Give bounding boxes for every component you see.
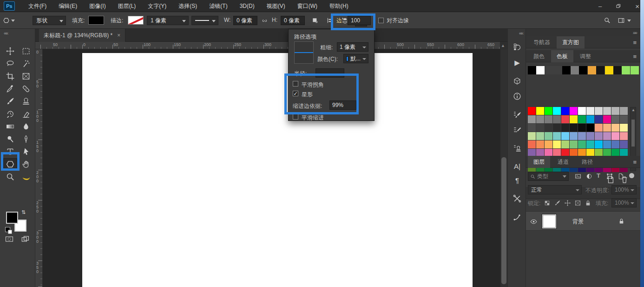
document-canvas[interactable] (82, 53, 473, 287)
menu-item[interactable]: 窗口(W) (291, 0, 323, 12)
lasso-tool[interactable] (4, 58, 17, 69)
eraser-tool[interactable] (20, 108, 33, 120)
spot-healing-brush-tool[interactable] (20, 83, 33, 94)
clone-source-panel-icon[interactable] (511, 142, 524, 154)
color-swatch[interactable] (603, 115, 611, 123)
recent-swatch[interactable] (613, 66, 622, 74)
layer-filter-search[interactable]: 类型 (528, 172, 569, 181)
color-swatch[interactable] (595, 140, 603, 148)
recent-swatch[interactable] (622, 66, 630, 74)
color-swatch[interactable] (553, 124, 561, 132)
tab-histogram[interactable]: 直方图 (557, 36, 585, 48)
color-swatch[interactable] (595, 107, 603, 115)
move-tool[interactable] (4, 46, 17, 57)
blur-tool[interactable] (20, 121, 33, 132)
align-edges-checkbox[interactable] (378, 18, 384, 23)
eyedropper-tool[interactable] (4, 83, 17, 94)
color-swatch[interactable] (611, 115, 619, 123)
horizontal-ruler[interactable]: 50050100150200250300500550600650 (35, 42, 500, 49)
filter-smart-object-icon[interactable] (617, 173, 624, 180)
hand-tool[interactable] (20, 159, 33, 170)
color-swatch[interactable] (553, 107, 561, 115)
recent-swatch[interactable] (579, 66, 587, 74)
color-swatch[interactable] (603, 140, 611, 148)
width-field[interactable]: 0 像素 (233, 16, 257, 25)
color-swatch[interactable] (620, 107, 628, 115)
smooth-corners-checkbox[interactable] (293, 81, 298, 87)
lock-position-icon[interactable] (564, 200, 571, 207)
crop-tool[interactable] (4, 71, 17, 82)
color-swatch[interactable] (578, 140, 586, 148)
star-checkbox[interactable]: ✓ (293, 91, 298, 96)
color-swatch[interactable] (528, 140, 536, 148)
rectangular-marquee-tool[interactable] (20, 46, 33, 57)
color-swatch[interactable] (603, 124, 611, 132)
layer-thumbnail[interactable] (542, 214, 557, 229)
tab-navigator[interactable]: 导航器 (528, 36, 556, 48)
menu-item[interactable]: 图像(I) (83, 0, 112, 12)
color-swatch[interactable] (528, 107, 536, 115)
color-swatch[interactable] (528, 132, 536, 140)
color-swatch[interactable] (561, 115, 569, 123)
color-swatch[interactable] (586, 132, 594, 140)
menu-item[interactable]: 滤镜(T) (203, 0, 233, 12)
lock-transparency-icon[interactable] (544, 200, 551, 207)
color-swatch[interactable] (578, 107, 586, 115)
foreground-color-swatch[interactable] (6, 212, 18, 224)
color-swatch[interactable] (545, 107, 552, 115)
tool-presets-panel-icon[interactable] (511, 193, 524, 205)
menu-item[interactable]: 图层(L) (112, 0, 142, 12)
recent-swatch[interactable] (536, 66, 545, 74)
color-swatch[interactable] (561, 140, 569, 148)
opacity-select[interactable]: 100% (611, 185, 637, 194)
menu-item[interactable]: 选择(S) (172, 0, 203, 12)
tab-layers[interactable]: 图层 (528, 156, 550, 168)
recent-swatch[interactable] (528, 66, 536, 74)
menu-item[interactable]: 文件(F) (22, 0, 53, 12)
panel-menu-icon[interactable]: ≡ (633, 39, 637, 46)
swap-colors-icon[interactable]: ⇅ (21, 209, 26, 215)
color-swatch[interactable] (586, 140, 594, 148)
color-swatch[interactable] (561, 132, 569, 140)
color-swatch[interactable] (611, 132, 619, 140)
color-swatch[interactable] (536, 132, 544, 140)
3d-panel-icon[interactable] (511, 75, 524, 87)
recent-swatch[interactable] (553, 66, 562, 74)
tab-adjustments[interactable]: 调整 (574, 50, 597, 62)
type-tool[interactable] (4, 146, 17, 157)
menu-item[interactable]: 编辑(E) (53, 0, 83, 12)
color-swatch[interactable] (595, 132, 603, 140)
filter-toggle-icon[interactable] (629, 173, 634, 178)
fill-swatch[interactable] (88, 16, 104, 25)
color-swatch[interactable] (545, 124, 552, 132)
brush-tool[interactable] (4, 96, 17, 107)
smooth-indent-checkbox[interactable] (293, 114, 298, 120)
color-swatch[interactable] (536, 140, 544, 148)
color-swatch[interactable] (536, 124, 544, 132)
info-panel-icon[interactable] (511, 90, 524, 102)
scroll-up-icon[interactable]: ▲ (631, 108, 635, 112)
color-swatch[interactable] (595, 124, 603, 132)
rotate-view-tool[interactable] (20, 171, 33, 182)
vertical-ruler[interactable]: 050100150200250300350 (35, 49, 43, 287)
thickness-select[interactable]: 1 像素 (337, 42, 368, 52)
filter-type-icon[interactable]: T (597, 172, 600, 179)
character-panel-icon[interactable]: A| (511, 160, 524, 172)
color-swatch[interactable] (528, 124, 536, 132)
path-operations-button[interactable] (309, 14, 321, 27)
eye-icon[interactable] (530, 218, 538, 226)
expand-panels-icon[interactable]: «« (519, 30, 523, 36)
height-field[interactable]: 0 像素 (281, 16, 305, 25)
color-swatch[interactable] (603, 107, 611, 115)
color-swatch[interactable] (553, 140, 561, 148)
color-swatch[interactable] (536, 115, 544, 123)
color-swatch[interactable] (611, 124, 619, 132)
filter-adjustment-icon[interactable] (585, 173, 593, 180)
color-swatch[interactable] (586, 115, 594, 123)
tab-color[interactable]: 颜色 (528, 50, 550, 62)
workspace-switcher[interactable] (618, 17, 631, 24)
color-swatch[interactable] (553, 132, 561, 140)
dodge-tool[interactable] (4, 133, 17, 145)
brushes-panel-icon[interactable] (511, 124, 524, 136)
stroke-width-select[interactable]: 1 像素 (147, 16, 189, 25)
